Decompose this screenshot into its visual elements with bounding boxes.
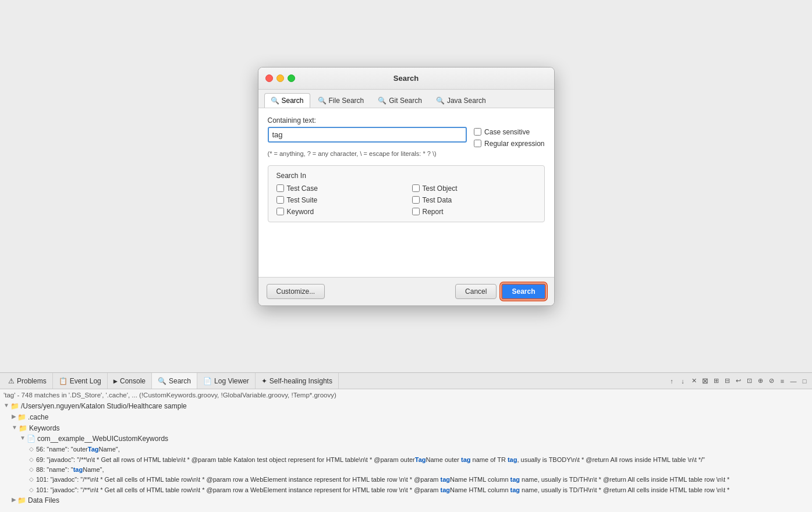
hint-text: (* = anything, ? = any character, \ = es… <box>268 150 545 157</box>
keywords-label-2: Keywords <box>28 507 59 507</box>
custom-keywords-label: com__example__WebUICustomKeywords <box>37 434 168 444</box>
filter-button[interactable]: ⊡ <box>744 376 754 386</box>
keyword-checkbox[interactable] <box>276 208 284 215</box>
maximize-button[interactable] <box>288 74 295 82</box>
tab-self-healing[interactable]: ✦ Self-healing Insights <box>256 373 339 389</box>
test-object-option[interactable]: Test Object <box>412 184 536 193</box>
search-dialog: Search 🔍 Search 🔍 File Search 🔍 Git Sear… <box>258 67 555 306</box>
collapse-all-button[interactable]: ⊟ <box>722 376 732 386</box>
tab-git-search[interactable]: 🔍 Git Search <box>371 93 428 108</box>
report-option[interactable]: Report <box>412 208 536 216</box>
test-suite-checkbox[interactable] <box>276 196 284 204</box>
data-files-label: Data Files <box>28 496 59 506</box>
dialog-footer: Customize... Cancel Search <box>258 277 554 305</box>
match-56[interactable]: ◇ 56: "name": "outerTagName", <box>3 445 809 454</box>
tree-cache-folder[interactable]: ▶ 📁 .cache <box>3 412 809 423</box>
case-sensitive-checkbox[interactable] <box>474 128 481 136</box>
match-arrow-69: ◇ <box>29 456 34 464</box>
self-healing-icon: ✦ <box>261 377 267 385</box>
problems-label: Problems <box>17 377 47 385</box>
tab-console[interactable]: ▶ Console <box>108 373 152 389</box>
root-folder-icon: 📁 <box>10 401 19 411</box>
keyword-option[interactable]: Keyword <box>276 208 400 216</box>
scroll-down-button[interactable]: ↓ <box>678 376 688 386</box>
match-arrow-88: ◇ <box>29 465 34 474</box>
tree-keywords-folder[interactable]: ▼ 📁 Keywords <box>3 423 809 434</box>
problems-icon: ⚠ <box>8 377 15 385</box>
test-data-option[interactable]: Test Data <box>412 196 536 204</box>
log-viewer-label: Log Viewer <box>214 377 249 385</box>
clear-button[interactable]: ✕ <box>689 376 699 386</box>
test-case-option[interactable]: Test Case <box>276 184 400 193</box>
minimize-panel-button[interactable]: — <box>788 376 799 386</box>
settings-button[interactable]: ≡ <box>777 376 788 386</box>
search-in-grid: Test Case Test Object Test Suite Test Da… <box>276 184 536 216</box>
keywords-folder-icon-2: 📁 <box>17 507 26 507</box>
remove-button[interactable]: ⊘ <box>766 376 776 386</box>
search-button[interactable]: Search <box>501 283 545 300</box>
expand-all-button[interactable]: ⊞ <box>711 376 721 386</box>
tab-search[interactable]: 🔍 Search <box>264 93 310 108</box>
event-log-label: Event Log <box>70 377 101 385</box>
data-files-toggle[interactable]: ▶ <box>12 496 16 504</box>
search-in-title: Search In <box>276 172 536 180</box>
bottom-tabs: ⚠ Problems 📋 Event Log ▶ Console 🔍 Searc… <box>0 373 812 389</box>
cache-toggle[interactable]: ▶ <box>12 413 16 421</box>
tree-view: ▼ 📁 /Users/yen.nguyen/Katalon Studio/Hea… <box>3 401 809 507</box>
test-data-checkbox[interactable] <box>412 196 420 204</box>
keywords-toggle-2[interactable]: ▶ <box>12 507 16 507</box>
search-bottom-label: Search <box>169 377 191 385</box>
tab-search-bottom[interactable]: 🔍 Search <box>152 373 197 389</box>
cancel-button[interactable]: Cancel <box>455 284 497 299</box>
scroll-up-button[interactable]: ↑ <box>666 376 677 386</box>
custom-keywords-toggle[interactable]: ▼ <box>20 434 26 442</box>
file-search-tab-label: File Search <box>329 97 364 105</box>
search-summary: 'tag' - 748 matches in '.DS_Store', '.ca… <box>3 392 809 399</box>
console-label: Console <box>120 377 146 385</box>
test-object-checkbox[interactable] <box>412 184 420 192</box>
test-suite-option[interactable]: Test Suite <box>276 196 400 204</box>
console-icon: ▶ <box>114 377 118 385</box>
tab-event-log[interactable]: 📋 Event Log <box>53 373 108 389</box>
event-log-icon: 📋 <box>59 377 68 385</box>
tree-custom-keywords-file[interactable]: ▼ 📄 com__example__WebUICustomKeywords <box>3 433 809 445</box>
checkbox-group-right: Case sensitive Regular expression <box>474 127 544 148</box>
tree-data-files-folder[interactable]: ▶ 📁 Data Files <box>3 495 809 506</box>
java-search-icon: 🔍 <box>436 97 445 105</box>
search-in-section: Search In Test Case Test Object Test Sui… <box>268 165 545 222</box>
self-healing-label: Self-healing Insights <box>270 377 332 385</box>
refresh-button[interactable]: ↩ <box>733 376 743 386</box>
match-101-2[interactable]: ◇ 101: "javadoc": "/**\n\t * Get all cel… <box>3 485 809 495</box>
tree-keywords-folder-2[interactable]: ▶ 📁 Keywords <box>3 506 809 507</box>
bottom-content: 'tag' - 748 matches in '.DS_Store', '.ca… <box>0 389 812 512</box>
customize-button[interactable]: Customize... <box>267 284 325 299</box>
regular-expression-label[interactable]: Regular expression <box>474 140 544 148</box>
match-text-101-2: 101: "javadoc": "/**\n\t * Get all cells… <box>36 486 729 495</box>
containing-text-input[interactable] <box>268 127 467 143</box>
report-checkbox[interactable] <box>412 208 420 215</box>
root-toggle[interactable]: ▼ <box>3 401 9 410</box>
tab-log-viewer[interactable]: 📄 Log Viewer <box>197 373 256 389</box>
window-controls <box>265 74 295 82</box>
case-sensitive-label[interactable]: Case sensitive <box>474 128 544 136</box>
regular-expression-checkbox[interactable] <box>474 140 481 147</box>
tab-file-search[interactable]: 🔍 File Search <box>311 93 371 108</box>
cache-folder-icon: 📁 <box>17 413 26 422</box>
tab-java-search[interactable]: 🔍 Java Search <box>430 93 492 108</box>
add-button[interactable]: ⊕ <box>755 376 765 386</box>
keywords-toggle[interactable]: ▼ <box>12 424 17 432</box>
maximize-panel-button[interactable]: □ <box>799 376 810 386</box>
close-button[interactable] <box>265 74 273 82</box>
tab-problems[interactable]: ⚠ Problems <box>2 373 53 389</box>
footer-left: Customize... <box>267 284 325 299</box>
clear-all-button[interactable]: ⊠ <box>700 376 710 386</box>
tree-root-path[interactable]: ▼ 📁 /Users/yen.nguyen/Katalon Studio/Hea… <box>3 401 809 412</box>
match-text-88: 88: "name": "tagName", <box>36 465 104 474</box>
match-88[interactable]: ◇ 88: "name": "tagName", <box>3 465 809 475</box>
match-69[interactable]: ◇ 69: "javadoc": "/**\n\t * Get all rows… <box>3 455 809 465</box>
test-case-checkbox[interactable] <box>276 184 284 192</box>
minimize-button[interactable] <box>276 74 284 82</box>
log-viewer-icon: 📄 <box>203 377 212 385</box>
match-101-1[interactable]: ◇ 101: "javadoc": "/**\n\t * Get all cel… <box>3 475 809 485</box>
file-search-icon: 🔍 <box>318 97 327 105</box>
